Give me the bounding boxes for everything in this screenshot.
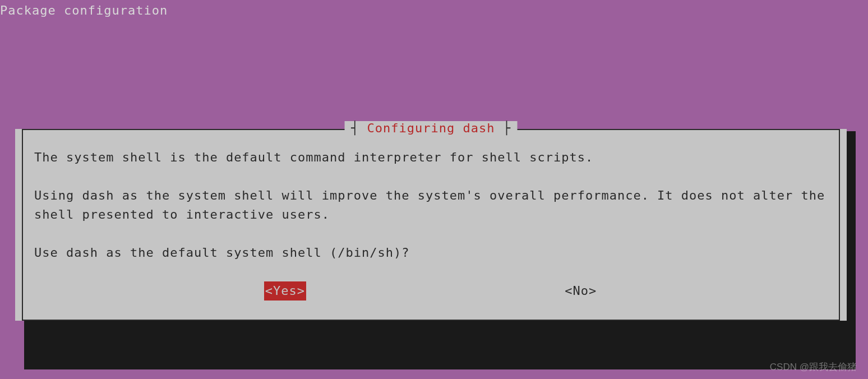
dialog-box: ┤ Configuring dash ├ The system shell is…	[15, 129, 847, 321]
title-right-bracket: ├	[495, 120, 511, 135]
no-button[interactable]: <No>	[564, 281, 598, 301]
watermark: CSDN @跟我去偷猪	[770, 360, 857, 373]
page-header: Package configuration	[0, 0, 868, 17]
dialog-title-text: Configuring dash	[367, 121, 495, 135]
dialog-text-2: Using dash as the system shell will impr…	[34, 186, 828, 224]
title-left-bracket: ┤	[351, 120, 367, 135]
yes-button[interactable]: <Yes>	[264, 281, 306, 301]
dialog-inner: ┤ Configuring dash ├ The system shell is…	[22, 129, 840, 321]
dialog-title: ┤ Configuring dash ├	[344, 121, 518, 135]
dialog-text-1: The system shell is the default command …	[34, 148, 828, 167]
button-row: <Yes> <No>	[34, 281, 828, 306]
dialog-question: Use dash as the default system shell (/b…	[34, 243, 828, 262]
dialog-container: ┤ Configuring dash ├ The system shell is…	[15, 122, 847, 327]
dialog-content: The system shell is the default command …	[23, 130, 839, 320]
